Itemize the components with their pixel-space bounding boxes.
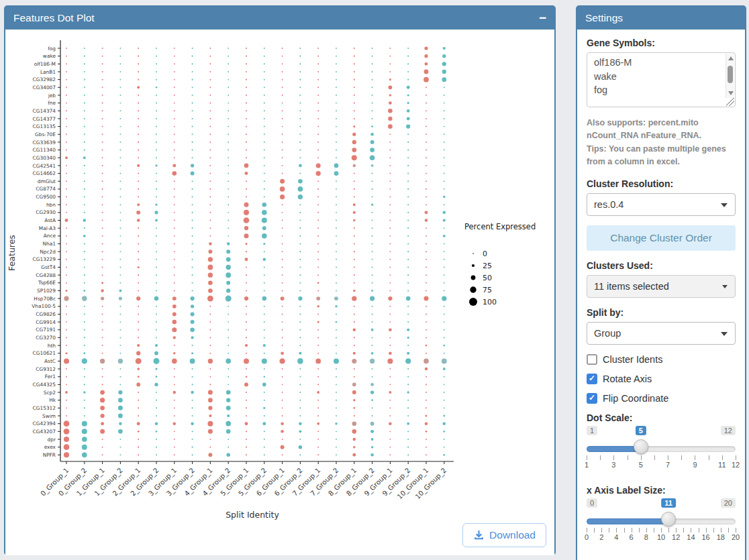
slider-tick [736,528,736,533]
dot [66,56,67,57]
scroll-up-icon[interactable] [728,56,734,60]
dot [192,407,193,408]
dot [64,444,70,450]
checkbox-flip-coordinate[interactable]: Flip Coordinate [587,393,736,404]
dot [226,406,231,410]
dot [137,422,140,425]
gene-symbol-line: fog [594,83,728,97]
dot [426,110,427,111]
dot [156,103,157,104]
dot [389,94,391,96]
dot [264,321,265,323]
gene-symbols-scrollbar[interactable] [726,54,734,98]
split-by-value: Group [594,328,621,339]
dot [84,400,85,401]
dot [191,422,194,425]
gene-symbols-input[interactable]: olf186-Mwakefog [587,52,736,107]
dot [119,212,121,213]
change-cluster-order-button[interactable]: Change Cluster Order [587,225,736,251]
dot [317,63,319,64]
dot [246,157,247,158]
dot [119,103,121,104]
checkbox-unchecked-icon[interactable] [587,354,597,365]
dot [264,415,265,416]
dot [299,235,301,237]
split-by-select[interactable]: Group [587,322,736,345]
dot [407,454,409,455]
dot [299,329,301,331]
dot-scale-slider[interactable]: 1125135791112 [587,441,736,485]
slider-handle[interactable] [661,512,676,526]
gene-axis-label: CG32982 [33,76,56,82]
slider-tick [646,528,647,533]
dot [389,306,391,307]
x-axis-label-size-slider[interactable]: 0201102468101214161820 [587,513,736,557]
dot [192,235,193,237]
dot [192,212,193,213]
dot [192,79,193,80]
checkbox-checked-icon[interactable] [587,393,597,404]
dot [444,329,445,331]
slider-tick [706,528,707,533]
dot [263,344,266,347]
dot [336,118,337,119]
dot [192,431,193,432]
dot [156,180,157,182]
dot [282,290,283,292]
cluster-resolution-select[interactable]: res.0.4 [587,193,736,216]
dot [282,267,283,268]
dot [387,358,393,363]
dot [444,306,445,307]
scroll-down-icon[interactable] [728,91,734,95]
dot [84,337,85,338]
dot [66,133,67,135]
dot [102,251,103,252]
dot [443,211,446,215]
dot [282,282,283,284]
dot [102,337,103,338]
collapse-icon[interactable]: − [539,8,546,28]
dot [84,306,85,307]
dot [336,79,337,80]
gene-axis-label: Scp2 [44,390,56,396]
dot [192,251,193,252]
dot [299,219,301,221]
download-button[interactable]: Download [462,523,546,547]
dot [372,110,373,111]
dot [66,173,67,174]
dot [192,110,193,111]
dot [264,157,265,158]
checkbox-rotate-axis[interactable]: Rotate Axis [587,374,736,384]
slider-tick [628,455,628,460]
dot [389,101,392,105]
dot [119,439,121,440]
dot [264,79,265,80]
dot [389,142,391,143]
dot [354,321,355,323]
dot [174,157,175,158]
slider-handle[interactable] [634,439,648,454]
resize-grip-icon[interactable] [726,98,734,106]
dot [426,165,427,166]
dot [299,157,301,158]
dot [371,438,374,441]
dot [299,274,301,276]
dot [389,274,391,276]
clusters-used-select[interactable]: 11 items selected [587,275,736,298]
scrollbar-thumb[interactable] [728,66,733,83]
checkbox-cluster-idents[interactable]: Cluster Idents [587,354,736,365]
dot [102,165,103,166]
dot [354,63,355,64]
dot [138,188,139,190]
dot [192,415,193,416]
dot [336,415,337,416]
dot [336,220,337,221]
dot [336,439,337,440]
dot [389,447,391,448]
dot [444,400,445,401]
checkbox-checked-icon[interactable] [587,374,597,384]
dot [426,337,427,338]
dot [84,150,85,151]
download-icon [473,530,485,541]
dot [426,87,427,88]
